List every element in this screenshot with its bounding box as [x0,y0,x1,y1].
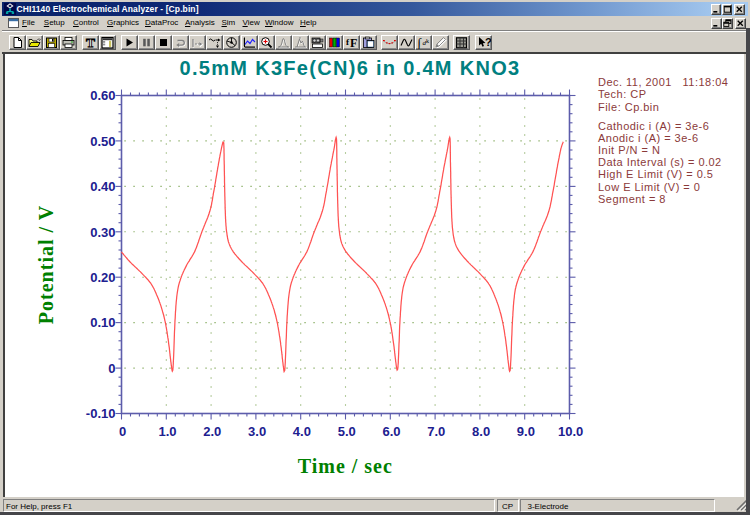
svg-text:0.5mM K3Fe(CN)6 in 0.4M KNO3: 0.5mM K3Fe(CN)6 in 0.4M KNO3 [180,57,521,79]
svg-text:0: 0 [119,424,126,439]
svg-text:Segment = 8: Segment = 8 [598,193,666,205]
svg-text:7.0: 7.0 [427,424,445,439]
svg-text:1.0: 1.0 [158,424,176,439]
svg-text:Init P/N = N: Init P/N = N [598,144,660,156]
svg-text:Dec. 11, 2001 11:18:04: Dec. 11, 2001 11:18:04 [598,76,728,88]
svg-text:0: 0 [108,361,115,376]
svg-text:5.0: 5.0 [338,424,356,439]
svg-text:File: Cp.bin: File: Cp.bin [598,101,659,113]
svg-text:0.20: 0.20 [90,270,115,285]
svg-text:Anodic i (A) = 3e-6: Anodic i (A) = 3e-6 [598,132,699,144]
svg-text:High E Limit (V) = 0.5: High E Limit (V) = 0.5 [598,168,713,180]
svg-text:Cathodic i (A) = 3e-6: Cathodic i (A) = 3e-6 [598,120,709,132]
svg-text:Time / sec: Time / sec [298,455,393,477]
svg-text:Low E Limit (V) = 0: Low E Limit (V) = 0 [598,181,700,193]
svg-text:0.40: 0.40 [90,179,115,194]
svg-text:0.30: 0.30 [90,225,115,240]
svg-text:-0.10: -0.10 [86,406,116,421]
svg-text:8.0: 8.0 [472,424,490,439]
svg-text:2.0: 2.0 [203,424,221,439]
svg-text:4.0: 4.0 [293,424,311,439]
svg-text:Potential / V: Potential / V [35,205,57,324]
svg-text:0.50: 0.50 [90,134,115,149]
svg-text:Tech: CP: Tech: CP [598,88,646,100]
svg-text:9.0: 9.0 [517,424,535,439]
svg-text:0.10: 0.10 [90,315,115,330]
svg-text:Data Interval (s) = 0.02: Data Interval (s) = 0.02 [598,156,722,168]
svg-text:0.60: 0.60 [90,88,115,103]
svg-text:10.0: 10.0 [558,424,583,439]
svg-text:3.0: 3.0 [248,424,266,439]
svg-text:6.0: 6.0 [382,424,400,439]
